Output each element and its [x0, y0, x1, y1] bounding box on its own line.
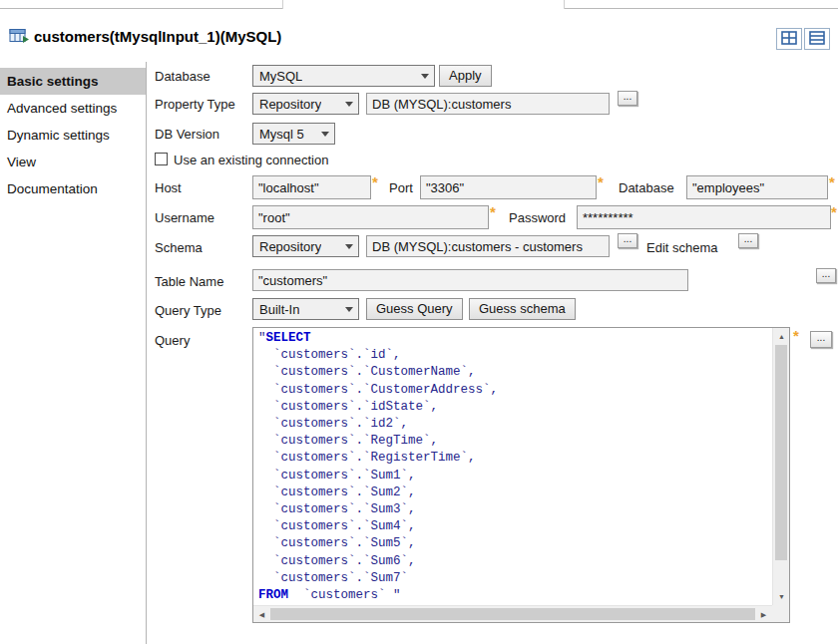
- sidebar-divider: [146, 62, 147, 644]
- scroll-up-button[interactable]: ▲: [773, 328, 790, 345]
- query-required-marker: *: [793, 327, 799, 344]
- chevron-down-icon: [345, 307, 353, 312]
- query-label: Query: [155, 333, 190, 348]
- query-editor-text[interactable]: "SELECT `customers`.`id`, `customers`.`C…: [253, 328, 772, 605]
- scrollbar-corner: [772, 605, 789, 622]
- schema-repository-field[interactable]: DB (MYSQL):customers - customers: [366, 235, 610, 257]
- sidebar-item-dynamic-settings[interactable]: Dynamic settings: [0, 122, 146, 149]
- password-required-marker: *: [831, 203, 837, 220]
- query-type-select-value: Built-In: [259, 302, 299, 317]
- apply-button[interactable]: Apply: [439, 65, 492, 87]
- database-select[interactable]: MySQL: [252, 65, 435, 87]
- query-type-select[interactable]: Built-In: [252, 298, 359, 320]
- table-name-browse-button[interactable]: ...: [816, 268, 836, 283]
- table-name-field[interactable]: "customers": [252, 269, 688, 291]
- database-label: Database: [155, 69, 210, 84]
- host-field[interactable]: "localhost": [252, 175, 371, 199]
- property-repository-field[interactable]: DB (MYSQL):customers: [366, 93, 610, 115]
- query-horizontal-scrollbar[interactable]: ◀ ▶: [253, 605, 772, 622]
- scroll-down-button[interactable]: ▼: [773, 588, 790, 605]
- password-label: Password: [509, 210, 566, 225]
- chevron-down-icon: [345, 102, 353, 107]
- db-version-label: DB Version: [155, 127, 219, 142]
- schema-label: Schema: [155, 240, 203, 255]
- edit-schema-label: Edit schema: [646, 240, 718, 255]
- database-name-field[interactable]: "employees": [686, 175, 828, 199]
- chevron-down-icon: [321, 132, 329, 137]
- property-type-label: Property Type: [155, 97, 235, 112]
- query-editor: "SELECT `customers`.`id`, `customers`.`C…: [252, 327, 790, 623]
- property-type-select[interactable]: Repository: [252, 93, 359, 115]
- db-version-select-value: Mysql 5: [259, 127, 304, 142]
- guess-schema-button[interactable]: Guess schema: [469, 298, 576, 320]
- scroll-left-button[interactable]: ◀: [253, 606, 270, 623]
- chevron-down-icon: [345, 244, 353, 249]
- host-required-marker: *: [372, 173, 378, 190]
- port-field[interactable]: "3306": [420, 175, 597, 199]
- query-vertical-scrollbar[interactable]: ▲ ▼: [772, 328, 789, 605]
- username-label: Username: [155, 210, 214, 225]
- password-field[interactable]: **********: [577, 205, 831, 229]
- schema-mode-select[interactable]: Repository: [252, 235, 359, 257]
- db-version-select[interactable]: Mysql 5: [252, 123, 335, 145]
- sidebar-item-advanced-settings[interactable]: Advanced settings: [0, 95, 146, 122]
- table-name-label: Table Name: [155, 274, 223, 289]
- scroll-right-button[interactable]: ▶: [755, 606, 772, 623]
- use-existing-connection-label: Use an existing connection: [174, 153, 328, 167]
- tab-edge: [564, 0, 565, 9]
- use-existing-connection-checkbox[interactable]: [155, 153, 168, 165]
- sidebar-item-basic-settings[interactable]: Basic settings: [0, 68, 146, 95]
- database-required-marker: *: [829, 173, 835, 190]
- port-required-marker: *: [598, 173, 604, 190]
- edit-schema-browse-button[interactable]: ...: [738, 233, 758, 248]
- property-type-select-value: Repository: [259, 97, 321, 112]
- row-view-icon: [809, 31, 825, 48]
- mysql-input-component-icon: [9, 27, 30, 49]
- query-browse-button[interactable]: ...: [810, 331, 832, 348]
- arrow-left-icon: ◀: [259, 611, 264, 619]
- schema-mode-select-value: Repository: [259, 239, 321, 254]
- port-label: Port: [389, 180, 413, 195]
- guess-query-button[interactable]: Guess Query: [366, 298, 463, 320]
- sidebar-item-view[interactable]: View: [0, 149, 146, 175]
- grid-view-icon: [781, 31, 797, 48]
- property-browse-button[interactable]: ...: [618, 91, 637, 106]
- host-label: Host: [155, 180, 182, 195]
- component-settings-panel: customers(tMysqlInput_1)(MySQL) Basic se…: [0, 0, 838, 644]
- schema-browse-button[interactable]: ...: [618, 233, 637, 248]
- query-type-label: Query Type: [155, 303, 221, 318]
- tab-strip-line: [565, 8, 838, 9]
- vertical-scroll-thumb[interactable]: [775, 345, 787, 560]
- chevron-down-icon: [421, 74, 429, 79]
- page-title: customers(tMysqlInput_1)(MySQL): [34, 28, 281, 45]
- row-view-toggle-button[interactable]: [804, 28, 830, 50]
- sidebar-item-documentation[interactable]: Documentation: [0, 175, 146, 202]
- tab-edge: [282, 0, 283, 9]
- username-field[interactable]: "root": [252, 205, 489, 229]
- database-select-value: MySQL: [259, 69, 302, 84]
- database-name-label: Database: [619, 180, 674, 195]
- username-required-marker: *: [490, 203, 496, 220]
- arrow-right-icon: ▶: [761, 611, 766, 619]
- horizontal-scroll-thumb[interactable]: [270, 608, 755, 620]
- grid-view-toggle-button[interactable]: [776, 28, 802, 50]
- tab-strip-line: [0, 8, 282, 9]
- arrow-down-icon: ▼: [778, 593, 785, 600]
- arrow-up-icon: ▲: [778, 333, 785, 340]
